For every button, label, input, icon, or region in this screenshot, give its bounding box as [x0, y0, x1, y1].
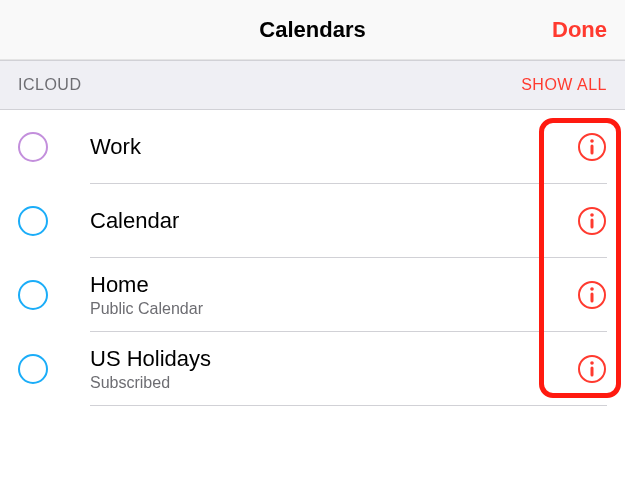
info-icon[interactable]: [577, 280, 607, 310]
svg-point-10: [590, 361, 594, 365]
row-separator: [90, 405, 607, 406]
info-icon[interactable]: [577, 354, 607, 384]
calendar-row[interactable]: Home Public Calendar: [0, 258, 607, 332]
section-title: ICLOUD: [18, 76, 81, 94]
svg-rect-8: [591, 293, 594, 303]
svg-rect-2: [591, 145, 594, 155]
calendar-subtitle: Subscribed: [90, 374, 577, 392]
calendar-row[interactable]: US Holidays Subscribed: [0, 332, 607, 406]
toggle-radio[interactable]: [18, 206, 48, 236]
show-all-button[interactable]: SHOW ALL: [521, 76, 607, 94]
info-icon[interactable]: [577, 206, 607, 236]
calendar-name: Work: [90, 134, 577, 160]
svg-point-7: [590, 287, 594, 291]
calendar-labels: Calendar: [90, 208, 577, 234]
section-header: ICLOUD SHOW ALL: [0, 60, 625, 110]
navbar: Calendars Done: [0, 0, 625, 60]
calendar-name: Home: [90, 272, 577, 298]
calendar-name: US Holidays: [90, 346, 577, 372]
calendar-row[interactable]: Calendar: [0, 184, 607, 258]
calendar-row[interactable]: Work: [0, 110, 607, 184]
svg-rect-11: [591, 367, 594, 377]
calendar-list: Work Calendar Home Public Calendar US Ho…: [0, 110, 625, 406]
calendar-labels: Work: [90, 134, 577, 160]
calendar-labels: US Holidays Subscribed: [90, 346, 577, 392]
calendar-subtitle: Public Calendar: [90, 300, 577, 318]
calendar-labels: Home Public Calendar: [90, 272, 577, 318]
done-button[interactable]: Done: [552, 17, 607, 43]
svg-point-1: [590, 139, 594, 143]
toggle-radio[interactable]: [18, 280, 48, 310]
svg-point-4: [590, 213, 594, 217]
calendar-name: Calendar: [90, 208, 577, 234]
toggle-radio[interactable]: [18, 132, 48, 162]
info-icon[interactable]: [577, 132, 607, 162]
page-title: Calendars: [259, 17, 365, 43]
toggle-radio[interactable]: [18, 354, 48, 384]
svg-rect-5: [591, 219, 594, 229]
